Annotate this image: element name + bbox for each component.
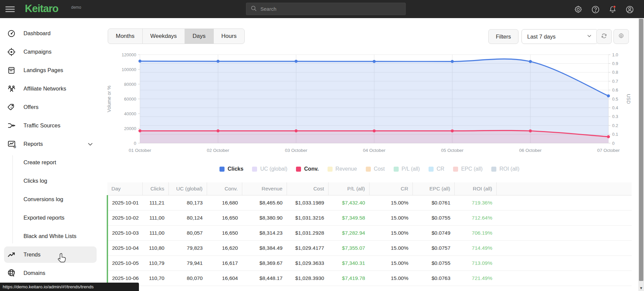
data-point-clicks[interactable]: [139, 60, 142, 63]
cell-roi-all: 713.09%: [454, 255, 496, 271]
search-input[interactable]: [260, 6, 401, 12]
data-point-conv[interactable]: [607, 135, 610, 138]
dashboard-icon: [7, 29, 16, 38]
table-row[interactable]: 2025-10-0744,4044,4576,648$4,088.34$737.…: [107, 286, 632, 291]
data-point-conv[interactable]: [139, 129, 142, 132]
column-header-p-l-all[interactable]: P/L (all): [328, 182, 369, 195]
scrollbar-down-arrow[interactable]: ▼: [639, 286, 643, 290]
cell-filler: [496, 286, 632, 291]
legend-swatch: [366, 167, 371, 172]
status-url: https://demo.keitaro.io/admin/#!/trends/…: [3, 284, 94, 289]
sidebar-item-label: Landings Pages: [23, 67, 63, 73]
sidebar-item-conversions-log[interactable]: Conversions log: [0, 190, 101, 209]
cell-conv: 16,617: [207, 255, 242, 271]
topbar: Keitaro demo: [0, 0, 644, 18]
help-icon[interactable]: [590, 4, 600, 14]
column-header-roi-all[interactable]: ROI (all): [454, 182, 496, 195]
column-header-day[interactable]: Day: [107, 182, 142, 195]
table-row[interactable]: 2025-10-06110,7080,07016,604$8,448.17$1,…: [107, 271, 632, 286]
settings-icon[interactable]: [573, 4, 583, 14]
table-row[interactable]: 2025-10-04110,8079,82316,620$8,384.49$1,…: [107, 240, 632, 255]
keitaro-logo: Keitaro: [25, 3, 58, 15]
svg-text:0: 0: [134, 141, 136, 146]
data-point-clicks[interactable]: [216, 60, 219, 63]
legend-item-roi-all[interactable]: ROI (all): [491, 166, 519, 172]
cell-uc-global: 80,124: [168, 210, 207, 225]
legend-item-cost[interactable]: Cost: [366, 166, 385, 172]
legend-item-uc-global[interactable]: UC (global): [252, 166, 287, 172]
cell-epc-all: $0.0755: [412, 210, 454, 225]
legend-item-epc-all[interactable]: EPC (all): [453, 166, 483, 172]
vertical-scrollbar[interactable]: ▼: [638, 18, 644, 291]
data-point-clicks[interactable]: [295, 60, 298, 63]
table-row[interactable]: 2025-10-02111,0080,12416,650$8,380.90$1,…: [107, 210, 632, 225]
hamburger-menu-icon[interactable]: [5, 5, 15, 13]
chevron-down-icon[interactable]: [87, 140, 94, 148]
notifications-icon[interactable]: [607, 4, 617, 14]
data-point-conv[interactable]: [451, 129, 454, 132]
sidebar-item-traffic-sources[interactable]: Traffic Sources: [0, 116, 101, 135]
sidebar-item-offers[interactable]: sOffers: [0, 98, 101, 116]
legend-item-p-l-all[interactable]: P/L (all): [394, 166, 420, 172]
data-point-conv[interactable]: [529, 129, 532, 132]
cell-cr: 15.00%: [369, 271, 412, 286]
sidebar-item-affiliate-networks[interactable]: Affiliate Networks: [0, 79, 101, 98]
sidebar-item-black-and-white-lists[interactable]: Black and White Lists: [0, 227, 101, 245]
data-point-conv[interactable]: [295, 129, 298, 132]
legend-item-conv[interactable]: Conv.: [296, 166, 318, 172]
legend-label: CR: [437, 166, 444, 172]
legend-swatch: [219, 167, 225, 172]
sidebar-item-domains[interactable]: Domains: [0, 264, 101, 282]
column-header-clicks[interactable]: Clicks: [142, 182, 168, 195]
column-header-cr[interactable]: CR: [369, 182, 412, 195]
sidebar-item-trends[interactable]: Trends: [0, 245, 101, 264]
column-header-uc-global[interactable]: UC (global): [168, 182, 207, 195]
trends-icon: [7, 250, 16, 259]
data-point-clicks[interactable]: [529, 60, 532, 63]
legend-swatch: [252, 167, 257, 172]
data-point-conv[interactable]: [216, 129, 219, 132]
cell-clicks: 111,00: [142, 210, 168, 225]
column-header-revenue[interactable]: Revenue: [242, 182, 287, 195]
cell-uc-global: 80,070: [168, 271, 207, 286]
table-row[interactable]: 2025-10-03111,0080,05716,650$8,314.23$1,…: [107, 225, 632, 240]
sidebar-item-label: Domains: [23, 270, 45, 276]
table-row[interactable]: 2025-10-01111,2180,17316,680$8,465.60$1,…: [107, 195, 632, 210]
cell-cost: $1,033.1989: [287, 195, 328, 210]
cell-epc-all: $0.0749: [412, 225, 454, 240]
cell-uc-global: 44,457: [168, 286, 207, 291]
sidebar-item-label: Exported reports: [23, 215, 64, 221]
data-point-clicks[interactable]: [607, 94, 610, 97]
legend-label: ROI (all): [499, 166, 519, 172]
table-header-row: DayClicksUC (global)Conv.RevenueCostP/L …: [107, 182, 632, 195]
column-header-epc-all[interactable]: EPC (all): [412, 182, 454, 195]
svg-text:40000: 40000: [124, 111, 136, 116]
legend-item-revenue[interactable]: Revenue: [328, 166, 357, 172]
svg-text:0.1: 0.1: [612, 132, 618, 137]
sidebar-item-exported-reports[interactable]: Exported reports: [0, 209, 101, 227]
legend-item-cr[interactable]: CR: [429, 166, 444, 172]
sidebar-item-reports[interactable]: ⚙Reports: [0, 135, 101, 153]
data-point-conv[interactable]: [373, 129, 376, 132]
sidebar-item-clicks-log[interactable]: Clicks log: [0, 172, 101, 190]
column-header-cost[interactable]: Cost: [287, 182, 328, 195]
global-search[interactable]: [246, 3, 406, 15]
account-icon[interactable]: [625, 4, 635, 14]
scrollbar-thumb[interactable]: [639, 19, 643, 281]
cell-epc-all: $0.0763: [412, 271, 454, 286]
table-row[interactable]: 2025-10-05110,7979,94116,617$8,369.67$1,…: [107, 255, 632, 271]
cell-revenue: $4,088.34: [242, 286, 287, 291]
legend-swatch: [394, 167, 399, 172]
sidebar-item-dashboard[interactable]: Dashboard: [0, 24, 101, 43]
sidebar-item-campaigns[interactable]: Campaigns: [0, 43, 101, 61]
cell-day: 2025-10-05: [107, 255, 142, 271]
sidebar-item-create-report[interactable]: Create report: [0, 153, 101, 172]
column-header-filler: [496, 182, 632, 195]
data-point-clicks[interactable]: [373, 60, 376, 63]
column-header-conv[interactable]: Conv.: [207, 182, 242, 195]
sidebar-item-landings-pages[interactable]: Landings Pages: [0, 61, 101, 79]
svg-text:03 October: 03 October: [285, 148, 307, 153]
data-point-clicks[interactable]: [451, 60, 454, 63]
cell-filler: [496, 240, 632, 255]
legend-item-clicks[interactable]: Clicks: [219, 166, 243, 172]
